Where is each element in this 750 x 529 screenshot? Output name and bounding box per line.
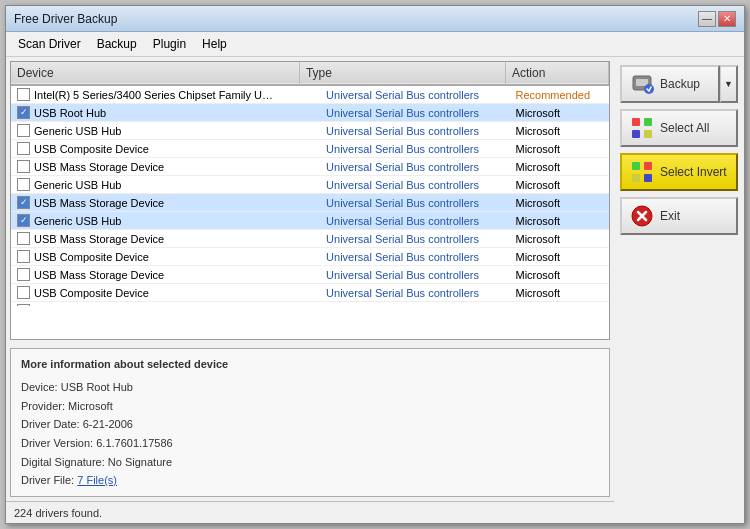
menu-backup[interactable]: Backup [89,34,145,54]
device-cell: Generic USB Hub [11,122,320,140]
select-invert-button[interactable]: Select Invert [620,153,738,191]
col-header-type: Type [299,62,505,85]
backup-label: Backup [660,77,700,91]
device-label: Device: [21,381,58,393]
table-row[interactable]: USB Mass Storage DeviceUniversal Serial … [11,266,609,284]
window-title: Free Driver Backup [14,12,117,26]
row-checkbox[interactable] [17,178,30,191]
svg-point-2 [644,84,654,94]
row-checkbox[interactable] [17,232,30,245]
action-cell: Microsoft [509,140,609,158]
select-invert-label: Select Invert [660,165,727,179]
action-cell: Microsoft [509,122,609,140]
select-invert-icon [630,160,654,184]
backup-dropdown-arrow[interactable]: ▼ [720,65,738,103]
svg-rect-10 [644,174,652,182]
device-name: USB Composite Device [34,251,149,263]
window-controls: — ✕ [698,11,736,27]
minimize-button[interactable]: — [698,11,716,27]
driver-version-label: Driver Version: [21,437,93,449]
device-cell: USB Composite Device [11,248,320,266]
table-row[interactable]: USB Mass Storage DeviceUniversal Serial … [11,194,609,212]
action-cell: Microsoft [509,230,609,248]
svg-rect-6 [644,130,652,138]
action-cell: Microsoft [509,158,609,176]
type-cell: Universal Serial Bus controllers [320,194,509,212]
table-row[interactable]: USB Composite DeviceUniversal Serial Bus… [11,140,609,158]
svg-rect-9 [632,174,640,182]
table-row[interactable]: USB Mass Storage DeviceUniversal Serial … [11,158,609,176]
action-cell: Recommended [509,86,609,104]
menu-scan-driver[interactable]: Scan Driver [10,34,89,54]
svg-rect-7 [632,162,640,170]
menu-plugin[interactable]: Plugin [145,34,194,54]
type-cell: Universal Serial Bus controllers [320,176,509,194]
device-name: USB Root Hub [34,107,106,119]
info-sig-row: Digital Signature: No Signature [21,453,599,472]
info-panel-title: More information about selected device [21,355,599,374]
title-bar: Free Driver Backup — ✕ [6,6,744,32]
action-cell: Microsoft [509,194,609,212]
type-cell: Universal Serial Bus controllers [320,158,509,176]
type-cell: Universal Serial Bus controllers [320,230,509,248]
provider-value: Microsoft [68,400,113,412]
table-row[interactable]: Generic USB HubUniversal Serial Bus cont… [11,212,609,230]
table-row[interactable]: USB Root HubUniversal Serial Bus control… [11,104,609,122]
type-cell: Universal Serial Bus controllers [320,248,509,266]
driver-file-value[interactable]: 7 File(s) [77,474,117,486]
table-row[interactable]: USB Composite DeviceUniversal Serial Bus… [11,248,609,266]
svg-rect-4 [644,118,652,126]
device-cell: USB Mass Storage Device [11,266,320,284]
backup-button[interactable]: Backup [620,65,720,103]
select-all-label: Select All [660,121,709,135]
exit-label: Exit [660,209,680,223]
row-checkbox[interactable] [17,250,30,263]
action-cell: Microsoft [509,176,609,194]
driver-table-body: Intel(R) 5 Series/3400 Series Chipset Fa… [11,86,609,306]
status-bar: 224 drivers found. [6,501,614,523]
table-header-row: Device Type Action [11,62,609,85]
action-cell: Microsoft [509,104,609,122]
row-checkbox[interactable] [17,268,30,281]
backup-icon [630,72,654,96]
row-checkbox[interactable] [17,214,30,227]
device-name: USB Printing Support [34,305,139,307]
row-checkbox[interactable] [17,196,30,209]
right-panel: Backup ▼ Select All [614,57,744,523]
info-provider-row: Provider: Microsoft [21,397,599,416]
table-scroll-area[interactable]: Intel(R) 5 Series/3400 Series Chipset Fa… [11,86,609,306]
device-cell: USB Composite Device [11,284,320,302]
select-all-button[interactable]: Select All [620,109,738,147]
device-name: Intel(R) 5 Series/3400 Series Chipset Fa… [34,89,274,101]
type-cell: Universal Serial Bus controllers [320,86,509,104]
provider-label: Provider: [21,400,65,412]
menu-help[interactable]: Help [194,34,235,54]
type-cell: Universal Serial Bus controllers [320,122,509,140]
table-row[interactable]: Intel(R) 5 Series/3400 Series Chipset Fa… [11,86,609,104]
table-row[interactable]: USB Printing SupportUniversal Serial Bus… [11,302,609,307]
row-checkbox[interactable] [17,160,30,173]
row-checkbox[interactable] [17,304,30,306]
row-checkbox[interactable] [17,88,30,101]
device-name: USB Composite Device [34,143,149,155]
device-name: Generic USB Hub [34,179,121,191]
device-name: USB Composite Device [34,287,149,299]
close-button[interactable]: ✕ [718,11,736,27]
row-checkbox[interactable] [17,286,30,299]
device-cell: USB Root Hub [11,104,320,122]
left-panel: Device Type Action Intel(R) 5 Series/340… [6,57,614,523]
table-row[interactable]: Generic USB HubUniversal Serial Bus cont… [11,176,609,194]
svg-rect-3 [632,118,640,126]
row-checkbox[interactable] [17,142,30,155]
type-cell: Universal Serial Bus controllers [320,302,509,307]
table-row[interactable]: USB Mass Storage DeviceUniversal Serial … [11,230,609,248]
driver-list-container: Device Type Action Intel(R) 5 Series/340… [10,61,610,340]
svg-rect-8 [644,162,652,170]
col-header-action: Action [505,62,608,85]
row-checkbox[interactable] [17,124,30,137]
row-checkbox[interactable] [17,106,30,119]
table-row[interactable]: Generic USB HubUniversal Serial Bus cont… [11,122,609,140]
table-row[interactable]: USB Composite DeviceUniversal Serial Bus… [11,284,609,302]
device-cell: Generic USB Hub [11,176,320,194]
exit-button[interactable]: Exit [620,197,738,235]
